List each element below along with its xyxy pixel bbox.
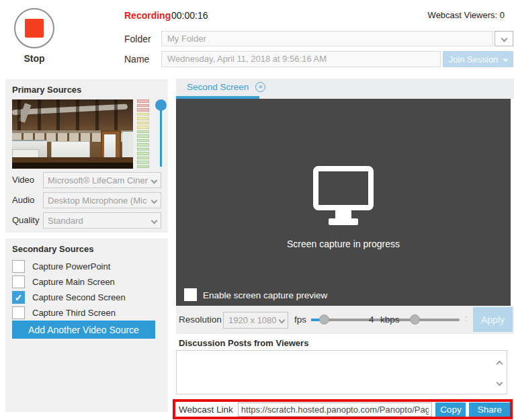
- chevron-down-icon: [501, 36, 507, 42]
- folder-label: Folder: [124, 34, 151, 44]
- add-video-source-button[interactable]: Add Another Video Source: [12, 321, 155, 339]
- check-icon: ✓: [15, 292, 23, 303]
- panopto-recorder-window: Stop Recording 00:00:16 Webcast Viewers:…: [0, 0, 514, 420]
- stop-button-label: Stop: [14, 53, 54, 64]
- tab-second-screen[interactable]: Second Screen ✕: [187, 82, 265, 92]
- fps-label: fps: [294, 314, 306, 325]
- capture-powerpoint-label: Capture PowerPoint: [32, 261, 110, 271]
- audio-source-select[interactable]: Desktop Microphone (Mic: [43, 192, 161, 208]
- name-label: Name: [124, 54, 149, 65]
- webcast-link-label: Webcast Link: [175, 405, 238, 415]
- folder-field[interactable]: My Folder: [161, 31, 493, 46]
- enable-preview-checkbox[interactable]: [184, 288, 197, 301]
- capture-third-screen-label: Capture Third Screen: [32, 308, 116, 318]
- capture-second-screen-label: Capture Second Screen: [32, 292, 126, 302]
- capture-tab-bar: Second Screen ✕: [176, 79, 514, 99]
- session-name-field[interactable]: Wednesday, April 11, 2018 at 9:56:16 AM: [161, 51, 441, 67]
- secondary-sources-title: Secondary Sources: [12, 244, 93, 254]
- primary-sources-panel: Primary Sources: [5, 79, 168, 233]
- capture-main-screen-label: Capture Main Screen: [32, 277, 115, 287]
- share-button[interactable]: Share: [469, 403, 510, 417]
- discussion-title: Discussion Posts from Viewers: [179, 338, 308, 348]
- capture-settings-bar: Resolution 1920 x 1080 fps 4 kbps : Appl…: [176, 306, 514, 334]
- recording-timer: 00:00:16: [171, 10, 208, 21]
- chevron-down-icon: [151, 177, 158, 184]
- webcast-viewers-count: Webcast Viewers: 0: [428, 10, 505, 20]
- discussion-posts-box[interactable]: [176, 350, 507, 394]
- quality-select[interactable]: Standard: [43, 212, 161, 228]
- webcam-preview: [12, 99, 133, 169]
- fps-value: 4: [369, 314, 374, 325]
- resolution-select[interactable]: 1920 x 1080: [223, 312, 288, 329]
- close-tab-icon[interactable]: ✕: [255, 82, 265, 92]
- secondary-sources-panel: Secondary Sources Capture PowerPoint Cap…: [5, 239, 168, 412]
- chevron-down-icon: [151, 198, 158, 204]
- join-session-label: Join Session: [449, 54, 499, 65]
- capture-powerpoint-checkbox[interactable]: [12, 260, 25, 273]
- capture-second-screen-checkbox[interactable]: ✓: [12, 291, 25, 304]
- resolution-label: Resolution: [179, 314, 222, 325]
- video-source-select[interactable]: Microsoft® LifeCam Ciner: [43, 172, 161, 188]
- tab-label: Second Screen: [187, 82, 249, 92]
- kbps-label: kbps: [380, 314, 400, 325]
- audio-label: Audio: [12, 195, 34, 205]
- chevron-down-icon: [279, 317, 286, 324]
- copy-button[interactable]: Copy: [435, 403, 466, 417]
- video-label: Video: [12, 175, 34, 185]
- scroll-down-icon[interactable]: [497, 376, 502, 388]
- monitor-icon: [313, 166, 374, 210]
- webcast-link-input[interactable]: [238, 403, 433, 417]
- kbps-slider[interactable]: [409, 319, 460, 321]
- kbps-suffix: :: [465, 314, 467, 323]
- folder-dropdown-button[interactable]: [495, 31, 513, 46]
- audio-level-meter: [137, 99, 149, 168]
- quality-label: Quality: [12, 215, 39, 225]
- monitor-icon-stand: [335, 210, 351, 218]
- capture-status-text: Screen capture in progress: [176, 239, 511, 249]
- volume-slider-track: [160, 103, 162, 167]
- stop-icon: [25, 19, 44, 38]
- volume-slider-knob[interactable]: [155, 99, 167, 111]
- capture-third-screen-checkbox[interactable]: [12, 306, 25, 319]
- primary-sources-title: Primary Sources: [12, 85, 81, 95]
- monitor-icon-base: [329, 218, 358, 225]
- screen-capture-panel: Screen capture in progress Enable screen…: [176, 99, 511, 306]
- webcast-link-highlight: Webcast Link Copy Share: [173, 399, 513, 419]
- fps-slider-knob[interactable]: [319, 314, 329, 325]
- apply-button[interactable]: Apply: [473, 307, 513, 332]
- volume-slider[interactable]: [155, 99, 167, 167]
- audio-source-value: Desktop Microphone (Mic: [48, 196, 146, 206]
- quality-value: Standard: [48, 216, 83, 226]
- kbps-slider-knob[interactable]: [410, 314, 420, 325]
- scroll-up-icon[interactable]: [497, 357, 502, 369]
- join-session-button[interactable]: Join Session: [443, 51, 513, 67]
- chevron-down-icon: [503, 56, 508, 61]
- chevron-down-icon: [151, 218, 158, 224]
- resolution-value: 1920 x 1080: [228, 315, 277, 325]
- recording-status: Recording: [124, 10, 171, 21]
- video-source-value: Microsoft® LifeCam Ciner: [48, 175, 148, 185]
- stop-button[interactable]: [14, 8, 54, 48]
- capture-main-screen-checkbox[interactable]: [12, 276, 25, 288]
- enable-preview-label: Enable screen capture preview: [203, 290, 327, 300]
